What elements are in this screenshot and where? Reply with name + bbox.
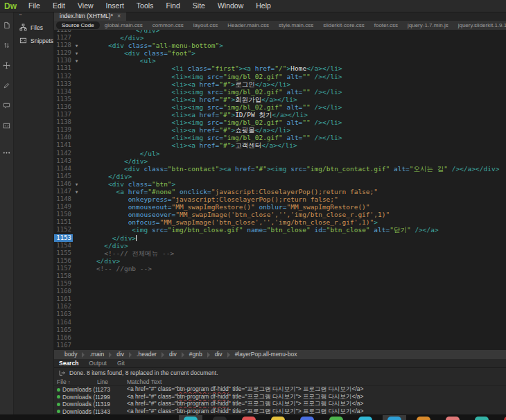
- menu-site[interactable]: Site: [186, 0, 211, 12]
- menu-insert[interactable]: Insert: [100, 0, 130, 12]
- code-line[interactable]: 1161: [54, 295, 506, 303]
- menu-help[interactable]: Help: [250, 0, 277, 12]
- code-line[interactable]: 1145 </div>: [54, 173, 506, 180]
- toolbar-pen-button[interactable]: [0, 78, 14, 93]
- related-file[interactable]: jquery.sliderkit.1.9.1.js: [453, 21, 506, 30]
- fold-arrow-icon[interactable]: ▼: [73, 42, 80, 49]
- code-line[interactable]: 1143 </div>: [54, 157, 506, 165]
- related-file[interactable]: layout.css: [189, 21, 223, 30]
- toolbar-code-snippet-button[interactable]: [0, 118, 14, 133]
- code-line[interactable]: 1156 </div>: [54, 257, 506, 265]
- tag-crumb[interactable]: #gnb: [184, 350, 207, 359]
- code-line[interactable]: 1133 <li><a href="#">로그인</a></li>: [54, 80, 506, 88]
- code-line[interactable]: 1154 </div>: [54, 242, 506, 250]
- code-line[interactable]: 1152 <img src="img/btn_close.gif" name="…: [54, 226, 506, 234]
- tag-crumb[interactable]: div: [164, 350, 182, 359]
- fold-arrow-icon[interactable]: ▼: [73, 49, 80, 57]
- column-file[interactable]: File ↑: [57, 378, 97, 385]
- code-editor[interactable]: 1126 </div>1127 </div>1128▼ <div class="…: [54, 30, 506, 350]
- code-line[interactable]: 1129▼ <div class="foot">: [54, 49, 506, 57]
- code-line[interactable]: 1147▼ <a href="#none" onclick="javascrip…: [54, 188, 506, 195]
- column-line[interactable]: Line: [97, 378, 127, 385]
- code-line[interactable]: 1150 onmouseover="MM_swapImage('btn_clos…: [54, 211, 506, 218]
- toolbar-comment-button[interactable]: [0, 98, 14, 113]
- related-file[interactable]: style.main.css: [274, 21, 318, 30]
- taskbar-app-button[interactable]: [383, 415, 406, 420]
- code-line[interactable]: 1137 <li><a href="#">ID/PW 찾기</a></li>: [54, 111, 506, 119]
- code-line[interactable]: 1155 <!--// 전체메뉴 -->: [54, 250, 506, 257]
- related-file[interactable]: Header.main.css: [223, 21, 274, 30]
- toolbar-document-button[interactable]: [0, 17, 14, 33]
- toolbar-move-arrows-button[interactable]: [0, 58, 14, 73]
- taskbar-app-button[interactable]: [324, 415, 348, 420]
- tag-crumb[interactable]: .header: [132, 350, 162, 359]
- code-line[interactable]: 1132 <li><img src="img/bl_02.gif" alt=""…: [54, 73, 506, 80]
- taskbar-app-button[interactable]: [237, 415, 261, 420]
- tag-crumb[interactable]: #layerPop.all-menu-box: [230, 350, 302, 359]
- dock-tab-files[interactable]: Files: [14, 21, 53, 34]
- taskbar-app-button[interactable]: [295, 415, 319, 420]
- related-file[interactable]: global.main.css: [100, 21, 148, 30]
- code-line[interactable]: 1158: [54, 272, 506, 280]
- code-line[interactable]: 1141 <li><a href="#">고객센터</a></li>: [54, 141, 506, 149]
- fold-arrow-icon[interactable]: ▼: [73, 57, 80, 64]
- code-line[interactable]: 1142 </ul>: [54, 150, 506, 157]
- code-line[interactable]: 1148 onkeypress="javascript:CloselayerPo…: [54, 195, 506, 203]
- related-file[interactable]: jquery-1.7.min.js: [403, 21, 453, 30]
- menu-find[interactable]: Find: [159, 0, 186, 12]
- menu-tools[interactable]: Tools: [130, 0, 160, 12]
- code-line[interactable]: 1131 <li class="first"><a href="/">Home<…: [54, 64, 506, 72]
- tag-crumb[interactable]: div: [210, 350, 227, 359]
- code-line[interactable]: 1162: [54, 303, 506, 310]
- menu-file[interactable]: File: [22, 0, 46, 12]
- related-file[interactable]: sliderkit-core.css: [318, 21, 369, 30]
- taskbar-app-button[interactable]: [470, 415, 494, 420]
- code-line[interactable]: 1134 <li><img src="img/bl_02.gif" alt=""…: [54, 88, 506, 96]
- code-line[interactable]: 1151 onfocus="MM_swapImage('btn_close','…: [54, 218, 506, 226]
- document-tab[interactable]: index.htm (XHTML)* ×: [54, 12, 126, 21]
- taskbar-app-button[interactable]: [266, 415, 290, 420]
- code-line[interactable]: 1167: [54, 342, 506, 349]
- code-line[interactable]: 1130▼ <ul>: [54, 57, 506, 64]
- tag-crumb[interactable]: div: [112, 350, 129, 359]
- code-line[interactable]: 1166: [54, 334, 506, 342]
- code-line[interactable]: 1146▼ <div class="btn">: [54, 180, 506, 188]
- code-line[interactable]: 1163: [54, 310, 506, 318]
- taskbar-app-button[interactable]: [208, 415, 232, 420]
- code-line[interactable]: 1136 <li><img src="img/bl_02.gif" alt=""…: [54, 103, 506, 111]
- fold-arrow-icon[interactable]: ▼: [73, 180, 80, 188]
- code-line[interactable]: 1140 <li><img src="img/bl_02.gif" alt=""…: [54, 134, 506, 141]
- panel-tab-output[interactable]: Output: [89, 359, 107, 367]
- tag-crumb[interactable]: .main: [85, 350, 109, 359]
- panel-tab-search[interactable]: Search: [59, 359, 78, 367]
- tag-crumb[interactable]: body: [60, 350, 82, 359]
- toolbar-sort-arrows-button[interactable]: [0, 37, 14, 53]
- dock-drag-handle[interactable]: ": [14, 12, 53, 21]
- code-line[interactable]: 1157 <!-- //gnb -->: [54, 265, 506, 272]
- taskbar-app-button[interactable]: [354, 415, 377, 420]
- code-line[interactable]: 1165: [54, 326, 506, 334]
- close-icon[interactable]: ×: [117, 12, 121, 21]
- panel-tab-git[interactable]: Git: [117, 359, 125, 367]
- toolbar-more-options-button[interactable]: [0, 145, 14, 160]
- taskbar-app-button[interactable]: [412, 415, 435, 420]
- related-file[interactable]: Source Code: [56, 21, 100, 29]
- code-line[interactable]: 1153 </div>: [54, 234, 506, 242]
- code-line[interactable]: 1164: [54, 319, 506, 326]
- taskbar-app-button[interactable]: [499, 415, 506, 420]
- code-line[interactable]: 1144 <div class="btn-contact"><a href="#…: [54, 165, 506, 173]
- code-line[interactable]: 1149 onmouseout="MM_swapImgRestore()" on…: [54, 203, 506, 211]
- dock-tab-snippets[interactable]: Snippets: [14, 34, 53, 47]
- menu-window[interactable]: Window: [211, 0, 250, 12]
- taskbar-app-button[interactable]: [441, 415, 464, 420]
- related-file[interactable]: footer.css: [369, 21, 403, 30]
- code-line[interactable]: 1160: [54, 288, 506, 295]
- code-line[interactable]: 1127 </div>: [54, 34, 506, 42]
- code-line[interactable]: 1128▼ <div class="all-menu-bottom">: [54, 42, 506, 49]
- menu-edit[interactable]: Edit: [46, 0, 71, 12]
- related-file[interactable]: common.css: [148, 21, 189, 30]
- code-line[interactable]: 1139 <li><a href="#">쇼핑몰</a></li>: [54, 126, 506, 134]
- taskbar-app-button[interactable]: [179, 415, 202, 420]
- fold-arrow-icon[interactable]: ▼: [73, 188, 80, 195]
- code-line[interactable]: 1159: [54, 280, 506, 288]
